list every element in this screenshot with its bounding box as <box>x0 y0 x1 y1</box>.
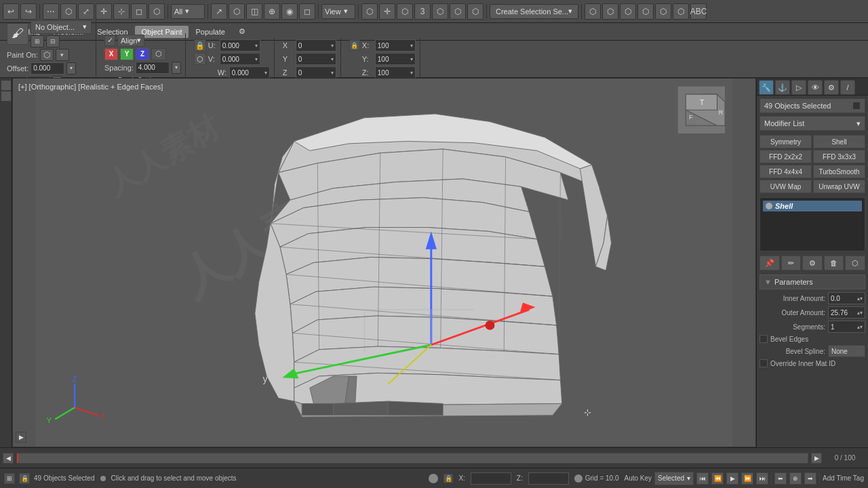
status-center-icon[interactable] <box>429 474 438 483</box>
play-start-btn[interactable]: ⏮ <box>696 472 709 485</box>
stack-move-btn[interactable]: ⬡ <box>845 256 865 270</box>
create-selection-button[interactable]: Create Selection Se... ▾ <box>490 4 578 19</box>
left-btn-2[interactable] <box>1 92 11 101</box>
no-object-dropdown[interactable]: No Object... ▾ <box>31 20 92 34</box>
named-sel-btn[interactable]: ⬡ <box>585 3 601 20</box>
mod-btn-turbosmooth[interactable]: TurboSmooth <box>813 165 865 178</box>
inner-amount-input[interactable]: 0.0 ▴▾ <box>828 292 865 304</box>
stack-pin-btn[interactable]: 📌 <box>760 256 780 270</box>
v-input[interactable]: 0.000 ▾ <box>220 53 260 65</box>
align-btn[interactable]: ⬡ <box>397 3 413 20</box>
bevel-edges-checkbox[interactable] <box>760 335 768 343</box>
soft-sel-btn[interactable]: ◉ <box>281 3 298 20</box>
undo-button[interactable]: ↩ <box>3 3 19 20</box>
u-lock-btn[interactable]: 🔒 <box>194 39 206 52</box>
align-mode-btn[interactable]: ⬡ <box>151 48 166 60</box>
z-coord-spin[interactable]: ▾ <box>331 70 334 76</box>
paint-opt-btn2[interactable]: ⊟ <box>46 35 60 47</box>
inner-amount-spin[interactable]: ▴▾ <box>857 296 863 302</box>
align-check[interactable]: ✓ <box>104 35 115 46</box>
outer-amount-input[interactable]: 25.76 ▴▾ <box>828 306 865 319</box>
bevel-spline-dropdown[interactable]: None <box>828 345 865 357</box>
tab-display[interactable]: 👁 <box>808 80 823 95</box>
select-tool[interactable]: ⋯ <box>43 3 59 20</box>
layers-btn[interactable]: ⬡ <box>620 3 636 20</box>
y-coord-spin[interactable]: ▾ <box>331 56 334 62</box>
select-btn[interactable]: ↗ <box>211 3 227 20</box>
mod-btn-shell[interactable]: Shell <box>813 135 865 148</box>
play-play-btn[interactable]: ▶ <box>726 472 738 485</box>
mod-btn-symmetry[interactable]: Symmetry <box>760 135 812 148</box>
left-btn-1[interactable] <box>1 81 11 90</box>
sets-btn[interactable]: ⬡ <box>602 3 618 20</box>
lock-uniform-btn[interactable]: 🔒 <box>349 40 360 51</box>
paint-icon[interactable]: 🖌 <box>7 23 28 45</box>
paint-sel-btn[interactable]: ◻ <box>299 3 315 20</box>
timeline-track[interactable] <box>16 453 808 464</box>
move-tool[interactable]: ✛ <box>96 3 112 20</box>
rect-select-tool[interactable]: ◻ <box>131 3 147 20</box>
mirror-btn[interactable]: ⬡ <box>432 3 448 20</box>
x-pct-spin[interactable]: ▾ <box>410 43 413 49</box>
status-lock-icon[interactable]: 🔒 <box>443 474 453 483</box>
spacing-input[interactable] <box>136 62 170 74</box>
tab-hierarchy[interactable]: ⚓ <box>775 80 790 95</box>
y-axis-btn[interactable]: Y <box>120 48 134 60</box>
paint-opt-btn1[interactable]: ⊞ <box>31 35 44 47</box>
play-next-btn[interactable]: ⏩ <box>741 472 753 485</box>
v-lock-btn[interactable]: ⬡ <box>194 53 206 65</box>
menu-populate[interactable]: Populate <box>189 26 231 38</box>
autokey-dropdown[interactable]: Selected ▾ <box>654 472 694 485</box>
stack-edit-btn[interactable]: ✏ <box>781 256 802 270</box>
mod-btn-ffd2x2x2[interactable]: FFD 2x2x2 <box>760 150 812 163</box>
add-key-btn[interactable]: ⊕ <box>789 472 802 485</box>
view-dropdown[interactable]: View ▾ <box>321 4 355 19</box>
offset-input[interactable] <box>31 62 64 75</box>
stack-del-btn[interactable]: 🗑 <box>824 256 844 270</box>
z-pct-spin[interactable]: ▾ <box>410 70 413 76</box>
paint-on-toggle[interactable]: ▾ <box>56 49 69 61</box>
params-collapse-icon[interactable]: ▼ <box>764 278 772 286</box>
v-spin[interactable]: ▾ <box>255 56 258 62</box>
tab-utilities[interactable]: ⚙ <box>824 80 839 95</box>
y-pct-spin[interactable]: ▾ <box>410 56 413 62</box>
hierarchy-btn[interactable]: ⬡ <box>450 3 466 20</box>
mod-btn-uvwmap[interactable]: UVW Map <box>760 180 812 193</box>
play-end-btn[interactable]: ⏭ <box>756 472 768 485</box>
u-input[interactable]: 0.000 ▾ <box>220 39 260 52</box>
keyframe-next-btn[interactable]: ➡ <box>804 472 816 485</box>
outer-amount-spin[interactable]: ▴▾ <box>857 310 863 316</box>
quick-render-btn[interactable]: ⬡ <box>673 3 689 20</box>
offset-spin[interactable]: ▾ <box>66 62 76 75</box>
timeline-next-btn[interactable]: ▶ <box>811 453 822 464</box>
status-icon-btn2[interactable]: 🔒 <box>19 473 30 484</box>
mod-btn-ffd3x3x3[interactable]: FFD 3x3x3 <box>813 150 865 163</box>
modifier-list-dropdown[interactable]: Modifier List ▾ <box>760 116 865 131</box>
mod-btn-unwrapuvw[interactable]: Unwrap UVW <box>813 180 865 193</box>
tab-motion[interactable]: ▷ <box>791 80 806 95</box>
tab-extra[interactable]: / <box>840 80 855 95</box>
status-icon-btn[interactable]: ⊞ <box>4 473 15 484</box>
paint-on-icon[interactable]: ⬡ <box>40 49 54 61</box>
render-btn[interactable]: ⬡ <box>361 3 378 20</box>
snap-btn[interactable]: ✛ <box>379 3 395 20</box>
paint-select-tool[interactable]: ⤢ <box>78 3 94 20</box>
z-coord-input[interactable]: 0 ▾ <box>296 66 336 79</box>
mod-btn-ffd4x4x4[interactable]: FFD 4x4x4 <box>760 165 812 178</box>
x-pct-input[interactable]: 100 ▾ <box>375 39 416 52</box>
all-dropdown[interactable]: All ▾ <box>171 4 205 19</box>
align-dropdown[interactable]: Align ▾ <box>117 35 144 47</box>
w-spin[interactable]: ▾ <box>264 70 267 76</box>
region-btn[interactable]: ⬡ <box>229 3 245 20</box>
redo-button[interactable]: ↪ <box>20 3 37 20</box>
z-pct-input[interactable]: 100 ▾ <box>375 66 416 79</box>
timeline-prev-btn[interactable]: ◀ <box>3 453 14 464</box>
segments-spin[interactable]: ▴▾ <box>857 324 863 330</box>
override-inner-checkbox[interactable] <box>760 359 768 367</box>
y-coord-input[interactable]: 0 ▾ <box>296 53 336 65</box>
stack-item-shell[interactable]: Shell <box>763 201 862 211</box>
3d-btn[interactable]: 3 <box>414 3 431 20</box>
z-axis-btn[interactable]: Z <box>136 48 149 60</box>
viewport-play-btn[interactable]: ▶ <box>16 432 26 443</box>
render-setup-btn[interactable]: ⬡ <box>655 3 671 20</box>
